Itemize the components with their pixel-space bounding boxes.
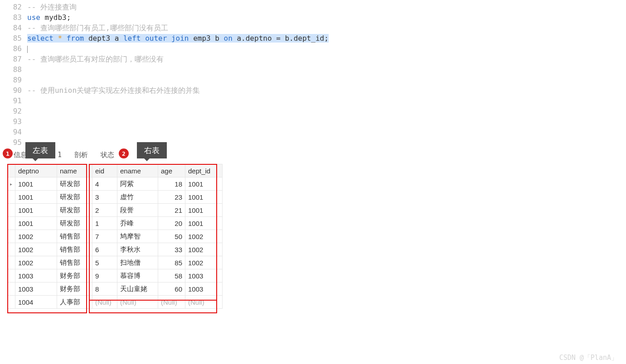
cell-eid[interactable]: 3 [92, 191, 117, 204]
code-content[interactable]: use mydb3; [27, 12, 71, 23]
cell-age[interactable]: 60 [158, 283, 185, 296]
column-header[interactable]: name [57, 164, 92, 177]
cell-ename[interactable]: 段誉 [117, 204, 158, 217]
result-table[interactable]: deptnonameeidenameagedept_id1001研发部4阿紫18… [7, 164, 223, 309]
cell-deptno[interactable]: 1004 [15, 296, 57, 309]
code-line[interactable]: 88 [0, 64, 626, 75]
cell-name[interactable]: 人事部 [57, 296, 92, 309]
cell-ename[interactable]: (Null) [117, 296, 158, 309]
code-line[interactable]: 82-- 外连接查询 [0, 2, 626, 12]
code-content[interactable]: -- 查询哪些员工有对应的部门，哪些没有 [27, 54, 164, 64]
code-line[interactable]: 92 [0, 106, 626, 116]
code-line[interactable]: 87-- 查询哪些员工有对应的部门，哪些没有 [0, 54, 626, 64]
table-row[interactable]: 1004人事部(Null)(Null)(Null)(Null) [7, 296, 223, 309]
cell-ename[interactable]: 鸠摩智 [117, 230, 158, 243]
cell-age[interactable]: 50 [158, 230, 185, 243]
column-header[interactable]: deptno [15, 164, 57, 177]
cell-name[interactable]: 财务部 [57, 269, 92, 283]
cell-dept_id[interactable]: 1001 [185, 204, 223, 217]
table-row[interactable]: 1001研发部1乔峰201001 [7, 217, 223, 230]
cell-age[interactable]: 23 [158, 191, 185, 204]
cell-name[interactable]: 研发部 [57, 191, 92, 204]
cell-eid[interactable]: 6 [92, 243, 117, 256]
cell-name[interactable]: 研发部 [57, 177, 92, 191]
cell-age[interactable]: 20 [158, 217, 185, 230]
cell-dept_id[interactable]: 1002 [185, 230, 223, 243]
code-line[interactable]: 89 [0, 75, 626, 85]
cell-name[interactable]: 销售部 [57, 230, 92, 243]
cell-dept_id[interactable]: 1003 [185, 283, 223, 296]
code-line[interactable]: 84-- 查询哪些部门有员工,哪些部门没有员工 [0, 23, 626, 33]
table-row[interactable]: 1001研发部2段誉211001 [7, 204, 223, 217]
cell-deptno[interactable]: 1001 [15, 191, 57, 204]
code-line[interactable]: 94 [0, 127, 626, 137]
column-header[interactable]: age [158, 164, 185, 177]
code-line[interactable]: 90-- 使用union关键字实现左外连接和右外连接的并集 [0, 85, 626, 96]
cell-age[interactable]: (Null) [158, 296, 185, 309]
cell-ename[interactable]: 慕容博 [117, 269, 158, 283]
cell-age[interactable]: 33 [158, 243, 185, 256]
code-content[interactable]: -- 使用union关键字实现左外连接和右外连接的并集 [27, 85, 200, 96]
code-line[interactable]: 93 [0, 116, 626, 127]
table-row[interactable]: 1002销售部7鸠摩智501002 [7, 230, 223, 243]
cell-dept_id[interactable]: 1001 [185, 217, 223, 230]
table-row[interactable]: 1001研发部4阿紫181001 [7, 177, 223, 191]
cell-age[interactable]: 85 [158, 256, 185, 269]
cell-eid[interactable]: (Null) [92, 296, 117, 309]
table-row[interactable]: 1003财务部9慕容博581003 [7, 269, 223, 283]
tab-status[interactable]: 状态 [94, 148, 121, 162]
cell-eid[interactable]: 2 [92, 204, 117, 217]
code-content[interactable]: select * from dept3 a left outer join em… [27, 33, 329, 43]
cell-eid[interactable]: 9 [92, 269, 117, 283]
cell-name[interactable]: 财务部 [57, 283, 92, 296]
code-content[interactable] [27, 43, 28, 54]
cell-deptno[interactable]: 1003 [15, 269, 57, 283]
column-header[interactable]: ename [117, 164, 158, 177]
code-line[interactable]: 86 [0, 43, 626, 54]
cell-dept_id[interactable]: (Null) [185, 296, 223, 309]
table-row[interactable]: 1002销售部5扫地僧851002 [7, 256, 223, 269]
cell-deptno[interactable]: 1001 [15, 204, 57, 217]
table-row[interactable]: 1002销售部6李秋水331002 [7, 243, 223, 256]
cell-age[interactable]: 58 [158, 269, 185, 283]
cell-ename[interactable]: 乔峰 [117, 217, 158, 230]
cell-eid[interactable]: 5 [92, 256, 117, 269]
cell-name[interactable]: 研发部 [57, 217, 92, 230]
code-line[interactable]: 91 [0, 96, 626, 106]
cell-ename[interactable]: 李秋水 [117, 243, 158, 256]
cell-deptno[interactable]: 1001 [15, 217, 57, 230]
cell-dept_id[interactable]: 1002 [185, 243, 223, 256]
cell-dept_id[interactable]: 1001 [185, 191, 223, 204]
code-content[interactable]: -- 查询哪些部门有员工,哪些部门没有员工 [27, 23, 168, 33]
cell-deptno[interactable]: 1003 [15, 283, 57, 296]
cell-eid[interactable]: 4 [92, 177, 117, 191]
cell-name[interactable]: 销售部 [57, 243, 92, 256]
code-content[interactable]: -- 外连接查询 [27, 2, 77, 12]
code-line[interactable]: 83use mydb3; [0, 12, 626, 23]
table-row[interactable]: 1003财务部8天山童姥601003 [7, 283, 223, 296]
code-line[interactable]: 85select * from dept3 a left outer join … [0, 33, 626, 43]
table-row[interactable]: 1001研发部3虚竹231001 [7, 191, 223, 204]
code-line[interactable]: 95 [0, 137, 626, 148]
cell-name[interactable]: 销售部 [57, 256, 92, 269]
cell-dept_id[interactable]: 1002 [185, 256, 223, 269]
cell-dept_id[interactable]: 1003 [185, 269, 223, 283]
cell-deptno[interactable]: 1001 [15, 177, 57, 191]
column-header[interactable]: eid [92, 164, 117, 177]
cell-age[interactable]: 21 [158, 204, 185, 217]
cell-eid[interactable]: 8 [92, 283, 117, 296]
cell-name[interactable]: 研发部 [57, 204, 92, 217]
tab-profile[interactable]: 剖析 [68, 148, 94, 162]
cell-eid[interactable]: 7 [92, 230, 117, 243]
cell-ename[interactable]: 阿紫 [117, 177, 158, 191]
cell-ename[interactable]: 扫地僧 [117, 256, 158, 269]
cell-deptno[interactable]: 1002 [15, 243, 57, 256]
cell-ename[interactable]: 虚竹 [117, 191, 158, 204]
cell-eid[interactable]: 1 [92, 217, 117, 230]
cell-deptno[interactable]: 1002 [15, 230, 57, 243]
code-editor[interactable]: 82-- 外连接查询83use mydb3;84-- 查询哪些部门有员工,哪些部… [0, 0, 626, 148]
column-header[interactable]: dept_id [185, 164, 223, 177]
cell-age[interactable]: 18 [158, 177, 185, 191]
cell-deptno[interactable]: 1002 [15, 256, 57, 269]
cell-ename[interactable]: 天山童姥 [117, 283, 158, 296]
